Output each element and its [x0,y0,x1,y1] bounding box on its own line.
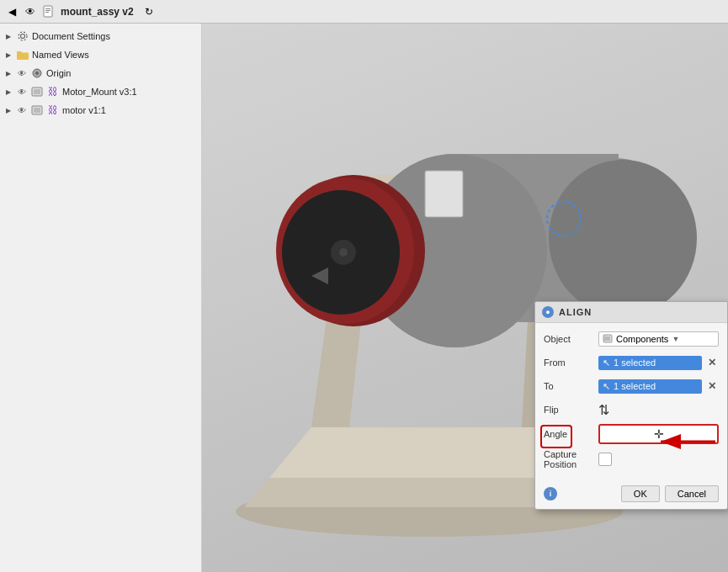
component-icon [30,85,44,98]
from-control: ↖ 1 selected ✕ [598,356,719,370]
svg-rect-30 [425,171,463,217]
red-arrow-annotation [652,429,720,454]
tree-item-label: Named Views [32,50,89,60]
flip-icon[interactable]: ⇅ [598,402,609,418]
tree-arrow: ▶ [3,105,13,115]
viewport[interactable]: ● ALIGN Object Components ▼ [202,24,728,572]
flip-control: ⇅ [598,402,719,418]
capture-label: Capture Position [544,449,598,469]
object-control: Components ▼ [598,331,719,347]
from-selected-text: 1 selected [614,358,656,368]
svg-rect-0 [44,6,52,17]
tree-item-motor-mount[interactable]: ▶ 👁 ⛓ Motor_Mount v3:1 [0,82,201,101]
chain-icon: ⛓ [46,103,60,117]
dialog-row-object: Object Components ▼ [544,330,719,348]
tree-item-label: Document Settings [32,31,110,41]
svg-rect-35 [604,336,610,341]
folder-icon [16,48,29,61]
origin-icon [30,66,44,80]
dialog-footer: i OK Cancel [535,481,727,509]
cancel-button[interactable]: Cancel [665,485,719,502]
tree-item-named-views[interactable]: ▶ Named Views [0,45,201,64]
eye-icon[interactable]: 👁 [16,67,28,79]
object-label: Object [544,334,598,344]
tree-arrow: ▶ [3,87,13,97]
capture-control [598,453,719,466]
dialog-row-to: To ↖ 1 selected ✕ [544,377,719,395]
dialog-row-flip: Flip ⇅ [544,400,719,419]
tree-item-document-settings[interactable]: ▶ Document Settings [0,27,201,45]
to-label: To [544,381,598,391]
tree-item-label: motor v1:1 [62,105,106,115]
svg-rect-2 [45,10,50,11]
document-icon [42,5,56,19]
refresh-icon[interactable]: ↻ [142,5,156,19]
eye-icon[interactable]: 👁 [16,86,28,98]
svg-point-4 [21,34,25,39]
component-icon [30,103,44,117]
eye-icon[interactable]: 👁 [24,5,37,19]
svg-rect-1 [45,8,50,9]
to-selected-text: 1 selected [614,381,656,391]
tree-item-origin[interactable]: ▶ 👁 Origin [0,64,201,82]
dialog-header: ● ALIGN [535,302,727,323]
cursor-icon: ↖ [603,358,610,368]
document-title: mount_assy v2 [61,6,134,18]
svg-rect-11 [34,108,40,113]
top-toolbar: ◀ 👁 mount_assy v2 ↻ [0,0,728,24]
settings-icon [16,29,29,43]
main-layout: ▶ Document Settings ▶ Named Views ▶ 👁 [0,24,728,572]
from-selected-badge[interactable]: ↖ 1 selected [598,356,702,370]
flip-label: Flip [544,405,598,415]
back-icon[interactable]: ◀ [5,5,19,19]
tree-arrow: ▶ [3,31,13,41]
align-dialog: ● ALIGN Object Components ▼ [534,301,728,510]
tree-item-label: Motor_Mount v3:1 [62,87,137,97]
tree-arrow: ▶ [3,68,13,78]
tree-item-motor[interactable]: ▶ 👁 ⛓ motor v1:1 [0,101,201,119]
object-value: Components [616,334,668,344]
tree-arrow: ▶ [3,50,13,60]
capture-checkbox[interactable] [598,453,612,466]
from-clear-button[interactable]: ✕ [705,356,719,369]
svg-point-24 [549,160,697,316]
info-icon[interactable]: i [544,487,557,500]
component-small-icon [603,334,613,344]
to-control: ↖ 1 selected ✕ [598,379,719,394]
to-clear-button[interactable]: ✕ [705,379,719,393]
chain-icon: ⛓ [46,85,60,98]
object-select[interactable]: Components ▼ [598,331,719,347]
ok-button[interactable]: OK [621,485,660,502]
dialog-header-icon: ● [542,306,554,318]
eye-icon[interactable]: 👁 [16,104,28,116]
to-selected-badge[interactable]: ↖ 1 selected [598,379,702,394]
dialog-body: Object Components ▼ Fr [535,323,727,481]
angle-highlight-annotation [540,425,572,448]
cursor-icon: ↖ [603,381,610,392]
from-label: From [544,358,598,368]
svg-rect-3 [45,12,49,13]
dropdown-arrow-icon: ▼ [672,335,679,343]
tree-item-label: Origin [46,68,71,78]
tree-panel: ▶ Document Settings ▶ Named Views ▶ 👁 [0,24,202,572]
svg-point-5 [19,32,27,40]
dialog-row-from: From ↖ 1 selected ✕ [544,353,719,372]
dialog-title: ALIGN [559,307,592,317]
svg-rect-9 [34,89,40,94]
svg-point-7 [35,72,39,75]
svg-point-29 [339,248,348,257]
